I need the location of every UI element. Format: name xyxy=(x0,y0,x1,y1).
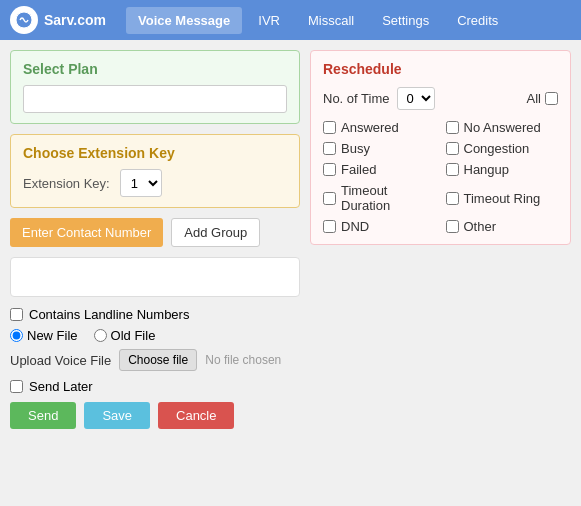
send-button[interactable]: Send xyxy=(10,402,76,429)
select-plan-box: Select Plan xyxy=(10,50,300,124)
send-later-label: Send Later xyxy=(29,379,93,394)
main-content: Select Plan Choose Extension Key Extensi… xyxy=(0,40,581,439)
reschedule-timeout-duration: Timeout Duration xyxy=(323,183,436,213)
all-label-row: All xyxy=(527,91,558,106)
failed-checkbox[interactable] xyxy=(323,163,336,176)
reschedule-timeout-ring: Timeout Ring xyxy=(446,183,559,213)
answered-checkbox[interactable] xyxy=(323,121,336,134)
new-file-radio-item: New File xyxy=(10,328,78,343)
no-answered-label: No Answered xyxy=(464,120,541,135)
select-plan-title: Select Plan xyxy=(23,61,287,77)
reschedule-failed: Failed xyxy=(323,162,436,177)
all-label-text: All xyxy=(527,91,541,106)
contains-landline-row: Contains Landline Numbers xyxy=(10,307,300,322)
reschedule-hangup: Hangup xyxy=(446,162,559,177)
upload-voice-label: Upload Voice File xyxy=(10,353,111,368)
busy-checkbox[interactable] xyxy=(323,142,336,155)
timeout-duration-checkbox[interactable] xyxy=(323,192,336,205)
extension-row: Extension Key: 1 2 3 xyxy=(23,169,287,197)
nav-settings[interactable]: Settings xyxy=(370,7,441,34)
no-file-chosen-label: No file chosen xyxy=(205,353,281,367)
old-file-label: Old File xyxy=(111,328,156,343)
no-of-time-select[interactable]: 0 1 2 3 xyxy=(397,87,435,110)
old-file-radio-item: Old File xyxy=(94,328,156,343)
cancel-button[interactable]: Cancle xyxy=(158,402,234,429)
choose-file-button[interactable]: Choose file xyxy=(119,349,197,371)
no-of-time-label: No. of Time xyxy=(323,91,389,106)
answered-label: Answered xyxy=(341,120,399,135)
nav-ivr[interactable]: IVR xyxy=(246,7,292,34)
failed-label: Failed xyxy=(341,162,376,177)
contact-buttons: Enter Contact Number Add Group xyxy=(10,218,300,247)
hangup-checkbox[interactable] xyxy=(446,163,459,176)
extension-key-select[interactable]: 1 2 3 xyxy=(120,169,162,197)
timeout-ring-checkbox[interactable] xyxy=(446,192,459,205)
reschedule-title: Reschedule xyxy=(323,61,558,77)
reschedule-checkboxes: Answered No Answered Busy Congestion Fai… xyxy=(323,120,558,234)
nav-voice-message[interactable]: Voice Message xyxy=(126,7,242,34)
reschedule-answered: Answered xyxy=(323,120,436,135)
add-group-button[interactable]: Add Group xyxy=(171,218,260,247)
dnd-label: DND xyxy=(341,219,369,234)
no-answered-checkbox[interactable] xyxy=(446,121,459,134)
send-later-checkbox[interactable] xyxy=(10,380,23,393)
right-panel: Reschedule No. of Time 0 1 2 3 All xyxy=(310,50,571,429)
brand: Sarv.com xyxy=(10,6,106,34)
busy-label: Busy xyxy=(341,141,370,156)
extension-key-title: Choose Extension Key xyxy=(23,145,287,161)
congestion-checkbox[interactable] xyxy=(446,142,459,155)
other-checkbox[interactable] xyxy=(446,220,459,233)
reschedule-no-answered: No Answered xyxy=(446,120,559,135)
file-type-row: New File Old File xyxy=(10,328,300,343)
reschedule-box: Reschedule No. of Time 0 1 2 3 All xyxy=(310,50,571,245)
nav-misscall[interactable]: Misscall xyxy=(296,7,366,34)
upload-row: Upload Voice File Choose file No file ch… xyxy=(10,349,300,371)
extension-key-box: Choose Extension Key Extension Key: 1 2 … xyxy=(10,134,300,208)
navbar: Sarv.com Voice Message IVR Misscall Sett… xyxy=(0,0,581,40)
reschedule-other: Other xyxy=(446,219,559,234)
old-file-radio[interactable] xyxy=(94,329,107,342)
send-later-row: Send Later xyxy=(10,379,300,394)
all-checkbox[interactable] xyxy=(545,92,558,105)
reschedule-congestion: Congestion xyxy=(446,141,559,156)
extension-key-label: Extension Key: xyxy=(23,176,110,191)
nav-credits[interactable]: Credits xyxy=(445,7,510,34)
action-buttons: Send Save Cancle xyxy=(10,402,300,429)
contains-landline-checkbox[interactable] xyxy=(10,308,23,321)
dnd-checkbox[interactable] xyxy=(323,220,336,233)
timeout-ring-label: Timeout Ring xyxy=(464,191,541,206)
hangup-label: Hangup xyxy=(464,162,510,177)
new-file-label: New File xyxy=(27,328,78,343)
enter-contact-button[interactable]: Enter Contact Number xyxy=(10,218,163,247)
plan-input[interactable] xyxy=(23,85,287,113)
timeout-duration-label: Timeout Duration xyxy=(341,183,436,213)
reschedule-header-row: No. of Time 0 1 2 3 All xyxy=(323,87,558,110)
brand-name: Sarv.com xyxy=(44,12,106,28)
brand-icon xyxy=(10,6,38,34)
nav-items: Voice Message IVR Misscall Settings Cred… xyxy=(126,7,510,34)
other-label: Other xyxy=(464,219,497,234)
congestion-label: Congestion xyxy=(464,141,530,156)
left-panel: Select Plan Choose Extension Key Extensi… xyxy=(10,50,300,429)
save-button[interactable]: Save xyxy=(84,402,150,429)
reschedule-busy: Busy xyxy=(323,141,436,156)
reschedule-dnd: DND xyxy=(323,219,436,234)
contact-area xyxy=(10,257,300,297)
new-file-radio[interactable] xyxy=(10,329,23,342)
contains-landline-label: Contains Landline Numbers xyxy=(29,307,189,322)
